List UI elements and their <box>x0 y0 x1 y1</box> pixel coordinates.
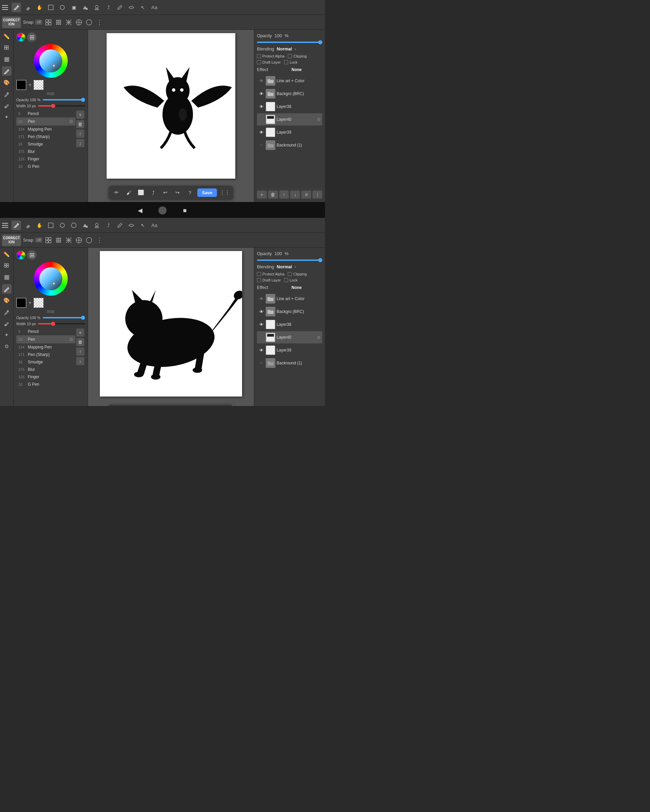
color-grid-tab[interactable]: ⊞ <box>27 32 37 42</box>
draft-layer-check-b[interactable]: Draft Layer <box>257 278 281 282</box>
layer-39-b[interactable]: 👁 Layer39 <box>257 344 322 356</box>
sidebar-icon-pen-b[interactable] <box>2 284 12 294</box>
snap-icon-b4[interactable] <box>75 236 83 244</box>
layer-eye-38[interactable]: 👁 <box>258 104 265 109</box>
brush-up-btn[interactable]: ↑ <box>76 130 84 138</box>
lock-checkbox[interactable] <box>284 60 288 64</box>
color-wheel-bottom[interactable] <box>34 262 68 296</box>
sidebar-icon-wand[interactable]: ✦ <box>2 112 12 122</box>
color-wheel-tab[interactable] <box>16 32 26 42</box>
snap-off-badge-bottom[interactable]: off <box>35 238 42 243</box>
pen-tool-icon[interactable] <box>12 3 21 12</box>
eyedrop-tool-icon[interactable] <box>115 3 125 12</box>
opacity-slider-right-top[interactable] <box>257 41 322 43</box>
layer-gear-40[interactable]: ⚙ <box>317 117 321 122</box>
sidebar-icon-pen[interactable] <box>2 66 12 76</box>
brush-pencil-b[interactable]: 5 Pencil <box>16 328 75 335</box>
snap-icon-5[interactable] <box>85 18 93 26</box>
color-grid-tab-b[interactable]: ⊞ <box>27 250 37 260</box>
layer-add-btn-top[interactable]: + <box>257 191 267 198</box>
layer-list-btn-top[interactable]: ≡ <box>301 191 311 198</box>
layer-40[interactable]: 👁 Layer40 ⚙ <box>257 113 322 125</box>
lock-checkbox-b[interactable] <box>284 278 288 282</box>
nav-square-btn[interactable]: ■ <box>180 206 190 215</box>
layer-eye-backgro[interactable]: 👁 <box>258 92 265 96</box>
sidebar-icon-pencil2[interactable] <box>2 89 12 99</box>
opacity-slider-right-bottom[interactable] <box>257 259 322 261</box>
sidebar-icon-wand-b[interactable]: ✦ <box>2 330 12 340</box>
foreground-color[interactable] <box>16 80 26 90</box>
layer-eye-40-b[interactable]: 👁 <box>258 335 265 340</box>
stamp-tool-icon[interactable] <box>92 3 102 12</box>
effect-value-bottom[interactable]: None <box>271 285 322 290</box>
brush-gpen-b[interactable]: 10 G Pen <box>16 381 75 388</box>
sidebar-icon-pencil2-b[interactable] <box>2 307 12 317</box>
layer-eye-39[interactable]: 👁 <box>258 130 265 135</box>
add-color-icon[interactable]: + <box>28 82 32 88</box>
brush-mapping-pen-b[interactable]: 134 Mapping Pen <box>16 343 75 351</box>
protect-alpha-checkbox-b[interactable] <box>257 272 261 276</box>
more-options-icon-bottom[interactable]: ⋮ <box>96 237 102 244</box>
brush-delete-btn-b[interactable]: 🗑 <box>76 338 84 346</box>
brush-pen-settings-icon-b[interactable]: ⚙ <box>69 337 73 342</box>
snap-icon-2[interactable] <box>55 18 63 26</box>
layer-eye-back1-b[interactable]: 👁 <box>258 361 265 366</box>
draft-layer-check[interactable]: Draft Layer <box>257 60 281 64</box>
width-slider-bottom[interactable] <box>38 323 85 325</box>
brush-smudge[interactable]: 16 Smudge <box>16 140 75 148</box>
layer-38-b[interactable]: 👁 Layer38 <box>257 318 322 331</box>
eraser-tool-icon-b[interactable] <box>23 221 32 230</box>
layer-39[interactable]: 👁 Layer39 <box>257 126 322 138</box>
opacity-slider-top[interactable] <box>43 99 85 101</box>
protect-alpha-check[interactable]: Protect Alpha <box>257 54 284 58</box>
hand-tool-icon-b[interactable]: ✋ <box>35 221 44 230</box>
correction-button-bottom[interactable]: CORRECTION <box>2 235 21 246</box>
clipping-checkbox-b[interactable] <box>288 272 292 276</box>
ft-lasso-icon[interactable]: ⤴ <box>148 188 158 197</box>
snap-icon-b5[interactable] <box>85 236 93 244</box>
transform-tool-icon[interactable] <box>58 3 67 12</box>
eyedrop-tool-icon-b[interactable] <box>115 221 125 230</box>
blending-arrow-bottom[interactable]: › <box>295 264 296 269</box>
clipping-check-b[interactable]: Clipping <box>288 272 307 276</box>
clipping-check[interactable]: Clipping <box>288 54 307 58</box>
layer-up-btn-top[interactable]: ↑ <box>279 191 289 198</box>
color-wheel[interactable] <box>34 44 68 78</box>
brush-smudge-b[interactable]: 16 Smudge <box>16 358 75 366</box>
brush-pencil[interactable]: 5 Pencil <box>16 110 75 118</box>
layer-eye-lineart-b[interactable]: 👁 <box>258 296 265 301</box>
foreground-color-b[interactable] <box>16 298 26 308</box>
select-tool-icon[interactable]: ↖ <box>138 3 148 12</box>
color-wheel-tab-b[interactable] <box>16 250 26 260</box>
sidebar-icon-color-b[interactable]: 🎨 <box>2 296 12 305</box>
sidebar-icon-eyedrop2-b[interactable] <box>2 319 12 328</box>
select-tool-icon-b[interactable]: ↖ <box>138 221 148 230</box>
layer-delete-btn-top[interactable]: 🗑 <box>268 191 278 198</box>
sidebar-icon-layers-b[interactable] <box>2 261 12 271</box>
rect-tool-icon[interactable] <box>46 3 55 12</box>
checker-swatch-b[interactable] <box>34 298 44 308</box>
draft-layer-checkbox-b[interactable] <box>257 278 261 282</box>
ft-eraser-icon[interactable]: ⬜ <box>136 188 146 197</box>
layer-backgro-brc[interactable]: 👁 Backgro (BRC) <box>257 88 322 100</box>
hand-tool-icon[interactable]: ✋ <box>35 3 44 12</box>
ft-undo-icon[interactable]: ↩ <box>161 188 170 197</box>
protect-alpha-check-b[interactable]: Protect Alpha <box>257 272 284 276</box>
warp-tool-icon-b[interactable] <box>127 221 136 230</box>
warp-tool-icon[interactable] <box>127 3 136 12</box>
sidebar-icon-settings-b[interactable]: ⚙ <box>2 342 12 351</box>
protect-alpha-checkbox[interactable] <box>257 54 261 58</box>
more-options-icon-top[interactable]: ⋮ <box>96 18 102 26</box>
lock-check[interactable]: Lock <box>284 60 297 64</box>
layer-more-btn-top[interactable]: ⋮ <box>312 191 322 198</box>
stamp-tool-icon-b[interactable] <box>92 221 102 230</box>
circle-tool-icon-b[interactable] <box>69 221 78 230</box>
layer-lineart-color[interactable]: 👁 Line art + Color <box>257 75 322 87</box>
transform-tool-icon-b[interactable] <box>58 221 67 230</box>
brush-pen-sharp[interactable]: 171 Pen (Sharp) <box>16 133 75 140</box>
canvas-bottom[interactable] <box>100 251 242 397</box>
layer-eye-39-b[interactable]: 👁 <box>258 348 265 353</box>
layer-38[interactable]: 👁 Layer38 <box>257 101 322 113</box>
brush-pen-settings-icon[interactable]: ⚙ <box>69 119 73 124</box>
sidebar-icon-mask-b[interactable] <box>2 273 12 282</box>
